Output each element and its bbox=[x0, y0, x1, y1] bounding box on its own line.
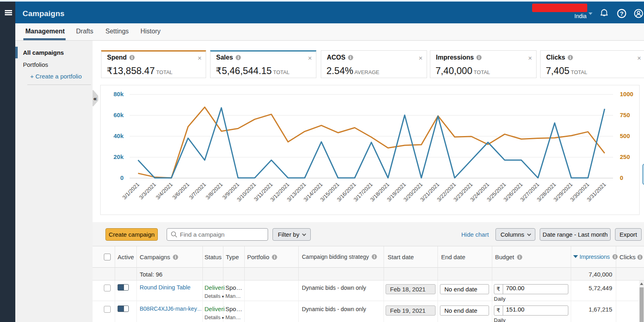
svg-text:250: 250 bbox=[620, 153, 630, 160]
svg-text:500: 500 bbox=[620, 132, 630, 139]
svg-text:3/4/2021: 3/4/2021 bbox=[155, 182, 174, 201]
svg-text:3/6/2021: 3/6/2021 bbox=[171, 182, 191, 201]
svg-text:3/1/2021: 3/1/2021 bbox=[121, 182, 140, 201]
svg-text:0: 0 bbox=[120, 174, 124, 181]
svg-text:1000: 1000 bbox=[620, 91, 633, 97]
svg-text:80k: 80k bbox=[114, 91, 124, 97]
svg-text:0: 0 bbox=[620, 174, 623, 181]
svg-text:40k: 40k bbox=[114, 132, 124, 139]
svg-text:750: 750 bbox=[620, 111, 630, 118]
svg-text:3/8/2021: 3/8/2021 bbox=[204, 182, 224, 201]
svg-text:3/7/2021: 3/7/2021 bbox=[188, 182, 207, 201]
svg-text:60k: 60k bbox=[114, 111, 124, 118]
svg-text:3/3/2021: 3/3/2021 bbox=[138, 182, 157, 201]
svg-text:20k: 20k bbox=[114, 153, 124, 160]
svg-text:?: ? bbox=[620, 10, 623, 17]
